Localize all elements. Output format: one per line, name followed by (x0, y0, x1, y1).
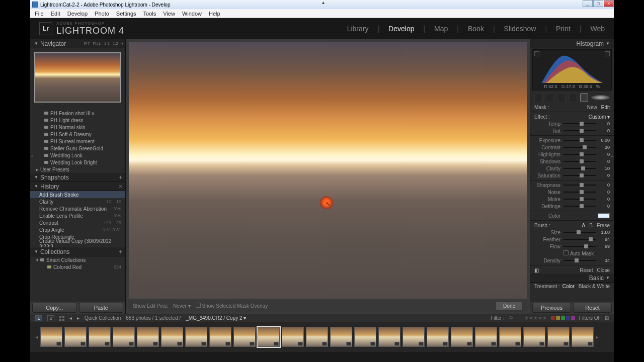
slider-value[interactable]: 20 (598, 145, 610, 150)
preset-item[interactable]: PH Normal skin (30, 124, 125, 131)
module-develop[interactable]: Develop (388, 25, 414, 33)
histogram-header[interactable]: Histogram ▼ (530, 39, 614, 48)
preset-item[interactable]: PH Surreal moment (30, 138, 125, 145)
filmstrip-thumb[interactable] (137, 327, 159, 347)
slider-value[interactable]: 0 (598, 190, 610, 195)
slider-track[interactable] (564, 185, 596, 186)
filmstrip-thumb[interactable] (282, 327, 304, 347)
slider-value[interactable]: 13.0 (598, 230, 610, 235)
slider-knob[interactable] (580, 138, 584, 142)
slider-knob[interactable] (580, 190, 584, 194)
preset-item[interactable]: Wedding Look (30, 152, 125, 159)
slider-value[interactable]: 0 (598, 183, 610, 188)
redeye-tool-icon[interactable] (557, 93, 566, 102)
slider-track[interactable] (564, 239, 596, 240)
filename[interactable]: _MG_6490.CR2 / Copy 2 ▾ (186, 315, 246, 321)
history-item[interactable]: Contrast+2929 (30, 219, 125, 226)
nav-fwd-icon[interactable]: ▸ (77, 315, 79, 321)
collection-item[interactable]: Colored Red224 (30, 263, 125, 270)
slider-knob[interactable] (580, 183, 584, 187)
slider-knob[interactable] (589, 237, 593, 241)
clear-history-icon[interactable]: × (119, 183, 122, 190)
mask-edit[interactable]: Edit (601, 105, 610, 110)
window-close[interactable]: × (604, 0, 614, 7)
filmstrip-thumb[interactable] (209, 327, 231, 347)
slider-knob[interactable] (580, 152, 584, 156)
module-print[interactable]: Print (556, 25, 571, 33)
slider-knob[interactable] (577, 230, 581, 234)
slider-knob[interactable] (580, 159, 584, 163)
filmstrip-thumb[interactable] (113, 327, 135, 347)
basic-header[interactable]: Basic ▼ (530, 274, 614, 283)
grad-filter-tool-icon[interactable] (569, 93, 577, 102)
slider-track[interactable] (564, 206, 596, 207)
monitor-2[interactable]: 2 (47, 315, 54, 321)
filmstrip-thumb[interactable] (330, 327, 352, 347)
history-item[interactable]: Crop Angle-0.310.31 (30, 226, 125, 233)
treatment-bw[interactable]: Black & White (579, 284, 610, 289)
add-snapshot-icon[interactable]: + (119, 174, 122, 181)
module-map[interactable]: Map (434, 25, 448, 33)
main-image-canvas[interactable] (129, 42, 527, 299)
filters-off-dropdown[interactable]: Filters Off (579, 315, 601, 321)
module-web[interactable]: Web (590, 25, 605, 33)
filmstrip-thumb[interactable] (89, 327, 111, 347)
filmstrip-thumb[interactable] (306, 327, 328, 347)
history-header[interactable]: ▼ History × (30, 182, 125, 191)
menu-view[interactable]: View (159, 10, 179, 18)
filmstrip-thumb[interactable] (378, 327, 400, 347)
brush-a[interactable]: A (582, 223, 586, 228)
nav-1to2[interactable]: 1:2 (113, 41, 118, 46)
brush-close[interactable]: Close (597, 267, 610, 273)
mask-overlay-checkbox[interactable] (196, 303, 201, 308)
module-book[interactable]: Book (468, 25, 484, 33)
monitor-1[interactable]: 1 (35, 315, 42, 321)
filmstrip-thumb[interactable] (40, 327, 62, 347)
history-item[interactable]: Remove Chromatic AberrationYes (30, 205, 125, 212)
history-item[interactable]: Enable Lens ProfileYes (30, 212, 125, 219)
mask-new[interactable]: New (587, 105, 597, 110)
filmstrip-thumb[interactable] (233, 327, 256, 347)
slider-track[interactable] (564, 154, 596, 155)
slider-value[interactable]: 0 (598, 152, 610, 157)
menu-help[interactable]: Help (205, 10, 224, 18)
slider-track[interactable] (564, 260, 596, 261)
filmstrip-thumb[interactable] (451, 327, 473, 347)
color-swatch[interactable] (598, 213, 610, 218)
filmstrip-thumb[interactable] (475, 327, 497, 347)
slider-value[interactable]: 0 (598, 197, 610, 202)
slider-knob[interactable] (580, 197, 584, 201)
menu-photo[interactable]: Photo (91, 10, 113, 18)
filmstrip-thumb[interactable] (523, 327, 545, 347)
collection-path[interactable]: Quick Collection (85, 315, 121, 321)
reset-button[interactable]: Reset (573, 303, 612, 313)
color-filter[interactable] (551, 316, 575, 320)
slider-track[interactable] (564, 140, 596, 141)
history-item[interactable]: Add Brush Stroke (30, 191, 125, 198)
show-pins-dropdown[interactable]: Never ▾ (173, 303, 190, 309)
navigator-preview[interactable] (30, 48, 125, 107)
filmstrip-thumb[interactable] (354, 327, 376, 347)
preset-item[interactable]: PH Fasion shot III v (30, 110, 125, 117)
slider-knob[interactable] (581, 166, 585, 170)
preset-item[interactable]: Wedding Look Bright (30, 159, 125, 166)
flag-filter-icon[interactable]: ⚐ (509, 315, 513, 321)
slider-value[interactable]: 0 (598, 121, 610, 126)
slider-track[interactable] (564, 175, 596, 176)
menu-edit[interactable]: Edit (47, 10, 64, 18)
slider-knob[interactable] (583, 145, 587, 149)
history-item[interactable]: Clarity-1010 (30, 198, 125, 205)
filmstrip-thumb[interactable] (161, 327, 183, 347)
effect-dropdown[interactable]: Custom ▾ (589, 114, 610, 120)
brush-reset[interactable]: Reset (580, 267, 593, 273)
previous-button[interactable]: Previous (532, 303, 571, 313)
slider-track[interactable] (564, 232, 596, 233)
top-collapse-arrow[interactable]: ▴ (322, 0, 325, 5)
rating-filter[interactable]: ★★★★★ (524, 315, 547, 321)
module-slideshow[interactable]: Slideshow (504, 25, 536, 33)
slider-knob[interactable] (580, 173, 584, 177)
slider-track[interactable] (564, 246, 596, 247)
slider-value[interactable]: 0 (598, 128, 610, 133)
nav-back-icon[interactable]: ◂ (69, 315, 72, 321)
filmstrip-thumb[interactable] (547, 327, 570, 347)
